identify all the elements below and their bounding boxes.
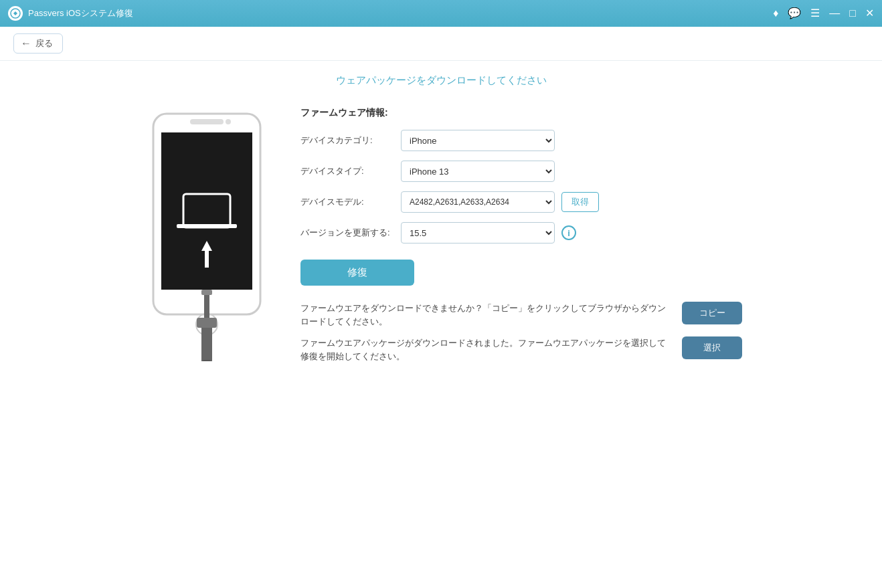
firmware-section-title: ファームウェア情報: [300, 107, 742, 119]
device-type-select[interactable]: iPhone 13 iPhone 12 iPhone 11 [401, 161, 555, 182]
copy-description: ファームウエアをダウンロードできませんか？「コピー」をクリックしてブラウザからダ… [300, 302, 673, 328]
back-label: 戻る [35, 37, 53, 50]
svg-rect-13 [197, 318, 217, 328]
title-bar-left: Passvers iOSシステム修復 [8, 6, 133, 21]
version-row: バージョンを更新する: 15.5 i [300, 222, 742, 243]
app-title: Passvers iOSシステム修復 [28, 7, 133, 19]
get-button[interactable]: 取得 [561, 192, 599, 212]
svg-rect-3 [190, 119, 224, 124]
menu-icon[interactable]: ☰ [810, 8, 820, 19]
body-section: ファームウェア情報: デバイスカテゴリ: iPhone iPad iPod デバ… [140, 107, 742, 364]
title-bar: Passvers iOSシステム修復 ♦ 💬 ☰ — □ ✕ [0, 0, 882, 27]
main-window: ← 戻る ウェアパッケージをダウンロードしてください [0, 27, 882, 588]
select-button[interactable]: 選択 [682, 336, 742, 359]
device-model-select[interactable]: A2482,A2631,A2633,A2634 [401, 191, 555, 213]
copy-row: ファームウエアをダウンロードできませんか？「コピー」をクリックしてブラウザからダ… [300, 302, 742, 328]
restore-btn[interactable]: □ [849, 8, 856, 19]
svg-rect-14 [201, 328, 212, 361]
window-controls: ♦ 💬 ☰ — □ ✕ [773, 8, 874, 19]
close-btn[interactable]: ✕ [865, 8, 874, 19]
copy-button[interactable]: コピー [682, 302, 742, 324]
select-description: ファームウエアパッケージがダウンロードされました。ファームウエアパッケージを選択… [300, 336, 673, 363]
device-type-row: デバイスタイプ: iPhone 13 iPhone 12 iPhone 11 [300, 161, 742, 182]
back-arrow-icon: ← [21, 37, 31, 50]
top-nav: ← 戻る [0, 27, 882, 61]
info-icon[interactable]: i [561, 225, 576, 240]
device-model-label: デバイスモデル: [300, 196, 394, 208]
main-content: ウェアパッケージをダウンロードしてください [0, 61, 882, 588]
version-label: バージョンを更新する: [300, 227, 394, 239]
phone-illustration [140, 107, 274, 364]
svg-rect-10 [205, 251, 209, 268]
form-panel: ファームウェア情報: デバイスカテゴリ: iPhone iPad iPod デバ… [300, 107, 742, 363]
back-button[interactable]: ← 戻る [13, 33, 63, 54]
app-icon [8, 6, 23, 21]
svg-rect-11 [201, 290, 212, 295]
device-category-row: デバイスカテゴリ: iPhone iPad iPod [300, 130, 742, 151]
device-category-label: デバイスカテゴリ: [300, 134, 394, 146]
page-title: ウェアパッケージをダウンロードしてください [336, 74, 547, 87]
device-type-label: デバイスタイプ: [300, 165, 394, 177]
svg-rect-8 [177, 224, 237, 228]
svg-rect-15 [203, 360, 211, 361]
chat-icon[interactable]: 💬 [788, 8, 801, 19]
version-select[interactable]: 15.5 [401, 222, 555, 243]
svg-point-4 [226, 119, 231, 124]
device-model-row: デバイスモデル: A2482,A2631,A2633,A2634 取得 [300, 191, 742, 213]
download-section: ファームウエアをダウンロードできませんか？「コピー」をクリックしてブラウザからダ… [300, 302, 742, 363]
select-row: ファームウエアパッケージがダウンロードされました。ファームウエアパッケージを選択… [300, 336, 742, 363]
repair-button[interactable]: 修復 [300, 260, 414, 286]
diamond-icon[interactable]: ♦ [773, 8, 778, 19]
device-category-select[interactable]: iPhone iPad iPod [401, 130, 555, 151]
minimize-btn[interactable]: — [829, 8, 840, 19]
